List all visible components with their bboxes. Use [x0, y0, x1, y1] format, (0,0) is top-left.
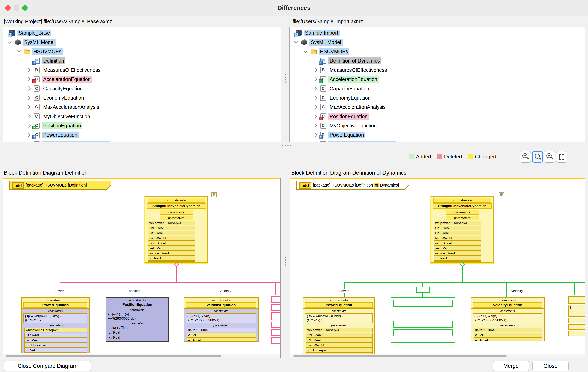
tree-item[interactable]: StraightLineVehicleDynamics — [3, 139, 281, 142]
expander-icon[interactable] — [26, 113, 32, 120]
added-swatch — [409, 154, 414, 159]
scrollbar-thumb[interactable] — [294, 355, 507, 357]
velocity-equation-block[interactable]: «constraint» VelocityEquation constraint… — [184, 297, 259, 342]
tree-item-icon — [34, 67, 40, 73]
expander-icon[interactable] — [293, 39, 300, 45]
connector-line — [176, 266, 177, 283]
power-equation-block[interactable]: «constraint» PowerEquation constraints {… — [21, 297, 90, 353]
expander-icon[interactable] — [312, 104, 319, 110]
edge-label-power: power — [54, 289, 64, 293]
expander-icon[interactable] — [312, 132, 319, 138]
merge-button[interactable]: Merge — [493, 361, 529, 372]
expander-icon[interactable] — [7, 39, 13, 45]
tree-item[interactable]: PositionEquation — [3, 121, 281, 130]
tree-item[interactable]: PowerEquation — [3, 130, 281, 139]
tree-item-icon — [34, 104, 40, 110]
block-name: StraightLineVehicleDynamics — [147, 203, 206, 209]
tree-item[interactable]: EconomyEquation — [290, 93, 585, 102]
expander-icon[interactable] — [26, 85, 32, 92]
base-diagram-canvas[interactable]: bdd[package] HSUVMOEs [Definition] «cons… — [3, 178, 281, 358]
horizontal-scrollbar[interactable] — [3, 354, 280, 358]
block-name: VelocityEquation — [186, 302, 256, 308]
tree-item[interactable]: HSUVMOEs — [3, 47, 281, 56]
base-model-tree: Sample_Base SysML Model HSUVMOEs Definit… — [3, 27, 281, 142]
tree-item-label: CapacityEquation — [42, 85, 84, 92]
import-diagram-canvas[interactable]: bdd[package] HSUVMOEs [Definition of Dyn… — [290, 178, 585, 358]
expander-icon[interactable] — [312, 141, 319, 142]
zoom-out-button[interactable] — [544, 151, 555, 162]
power-equation-block[interactable]: «constraint» PowerEquation constraints {… — [303, 297, 375, 358]
horizontal-splitter-grip[interactable] — [281, 144, 292, 146]
tree-item-icon — [34, 85, 40, 92]
expander-icon[interactable] — [312, 95, 319, 101]
tree-item[interactable]: SysML Model — [290, 38, 585, 47]
tree-item[interactable]: MeasuresOfEffectiveness — [3, 65, 281, 74]
tree-item[interactable]: AccelerationEquation — [3, 74, 281, 84]
close-button[interactable]: Close — [532, 361, 569, 372]
scrollbar-thumb[interactable] — [6, 355, 221, 357]
expander-icon[interactable] — [16, 48, 23, 55]
tree-item[interactable]: Definition of Dynamics — [290, 56, 585, 65]
straightline-vehicle-dynamics-block[interactable]: «constraint» StraightLineVehicleDynamics… — [145, 196, 208, 263]
tree-item[interactable]: Sample_Base — [3, 28, 281, 38]
parameters-compartment-label: parameters — [446, 216, 479, 220]
deleted-block-partial[interactable] — [271, 295, 281, 351]
expander-icon[interactable] — [26, 104, 32, 110]
close-compare-diagram-button[interactable]: Close Compare Diagram — [4, 361, 91, 372]
tree-item[interactable]: CapacityEquation — [3, 84, 281, 93]
tree-item[interactable]: EconomyEquation — [3, 93, 281, 102]
expander-icon[interactable] — [26, 132, 32, 138]
zoom-in-button[interactable] — [520, 151, 531, 162]
tree-item[interactable]: Sample-Import — [290, 28, 585, 38]
parameters-compartment-label: parameters — [471, 323, 544, 328]
tree-splitter-grip[interactable] — [284, 74, 286, 83]
tree-item[interactable]: AccelerationEquation — [290, 74, 585, 84]
expander-icon[interactable] — [26, 141, 32, 142]
tree-item-label: MaxAccelerationAnalysis — [42, 104, 101, 110]
tree-item[interactable]: MeasuresOfEffectiveness — [290, 65, 585, 74]
tree-item[interactable]: CapacityEquation — [290, 84, 585, 93]
velocity-equation-block[interactable]: «constraint» VelocityEquation constraint… — [471, 297, 545, 341]
expander-icon[interactable] — [312, 113, 319, 120]
expander-icon[interactable] — [312, 122, 319, 129]
tree-item[interactable]: HSUVMOEs — [290, 47, 585, 56]
added-block[interactable] — [390, 297, 455, 343]
expander-icon[interactable] — [26, 67, 32, 73]
expander-icon[interactable] — [312, 76, 319, 83]
tree-item[interactable]: MyObjectiveFunction — [290, 121, 585, 130]
deleted-swatch — [437, 154, 442, 159]
tree-item[interactable]: SysML Model — [3, 38, 281, 47]
tree-item[interactable]: PowerEquation — [290, 130, 585, 139]
position-equation-block[interactable]: «constraint» PositionEquation constraint… — [105, 297, 169, 342]
fit-to-window-button[interactable] — [556, 151, 567, 162]
diagram-splitter-grip[interactable] — [284, 256, 286, 266]
connector-line — [345, 282, 585, 283]
expander-icon[interactable] — [312, 67, 319, 73]
block-stereotype: «constraint» — [147, 198, 205, 203]
tree-item[interactable]: PositionEquation — [290, 112, 585, 121]
expander-icon[interactable] — [26, 122, 32, 129]
constraint-expression: { tp = whlpowr - (Cd*v) - (Cf*tw*v) } — [305, 313, 373, 323]
tree-item-icon — [34, 132, 40, 138]
tree-item[interactable]: StraightLineVehicleDynamics — [290, 139, 585, 142]
tree-item-icon — [34, 95, 40, 101]
clipped-block-partial[interactable]: { — [568, 295, 585, 351]
horizontal-scrollbar[interactable] — [291, 354, 585, 358]
expander-icon[interactable] — [26, 95, 32, 101]
parameter-row: tp : Horsepwr — [306, 348, 373, 353]
expander-icon[interactable] — [26, 76, 32, 83]
expander-icon[interactable] — [26, 57, 32, 64]
parameter-row: whlpower : Horsepwr — [148, 221, 195, 225]
tree-item-icon — [34, 76, 40, 82]
tree-item-label: MeasuresOfEffectiveness — [42, 67, 102, 73]
expander-icon[interactable] — [312, 57, 319, 64]
expander-icon[interactable] — [303, 48, 309, 55]
tree-item[interactable]: MaxAccelerationAnalysis — [3, 102, 281, 112]
expander-icon[interactable] — [312, 85, 319, 92]
tree-item[interactable]: MaxAccelerationAnalysis — [290, 102, 585, 112]
tree-item[interactable]: MyObjectiveFunction — [3, 112, 281, 121]
tree-item[interactable]: Definition — [3, 56, 281, 65]
straightline-vehicle-dynamics-block[interactable]: «constraint» StraightLineVehicleDynamics… — [431, 196, 494, 263]
zoom-reset-button[interactable] — [532, 151, 543, 162]
tree-item-label: HSUVMOEs — [319, 48, 349, 55]
